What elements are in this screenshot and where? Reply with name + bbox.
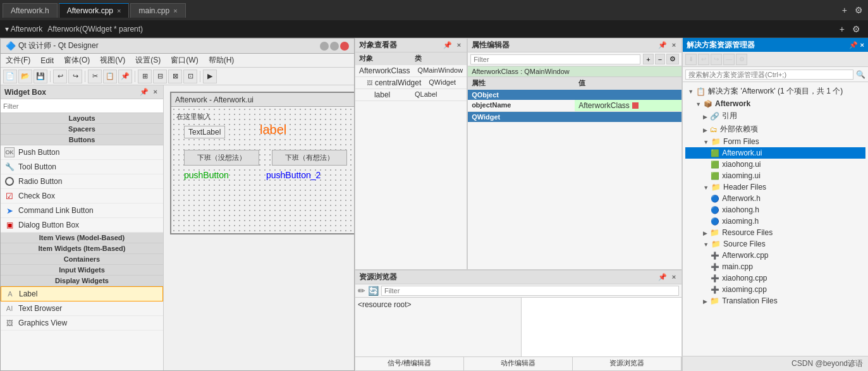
widget-box-pin-icon[interactable]: 📌: [138, 87, 150, 97]
se-xiaoming-ui-node[interactable]: 🟩 xiaoming.ui: [685, 170, 865, 181]
se-ext-dep-node[interactable]: ▶ 🗂 外部依赖项: [685, 123, 865, 136]
maximize-button[interactable]: [330, 42, 339, 51]
se-tool-2[interactable]: ↩: [698, 54, 709, 65]
rb-tab-signals[interactable]: 信号/槽编辑器: [355, 357, 464, 370]
close-button[interactable]: [340, 42, 349, 51]
tab-settings-button[interactable]: ⚙: [852, 4, 865, 16]
menu-view[interactable]: 视图(V): [97, 54, 128, 67]
widget-item-check-box[interactable]: ☑ Check Box: [1, 189, 163, 204]
toolbar-new[interactable]: 📄: [3, 70, 17, 83]
pe-config-button[interactable]: ⚙: [666, 54, 679, 64]
se-tool-3[interactable]: ↪: [711, 54, 722, 65]
section-buttons[interactable]: Buttons: [1, 135, 163, 145]
se-search-icon[interactable]: 🔍: [856, 70, 865, 79]
se-afterwork-h-node[interactable]: 🔵 Afterwork.h: [685, 193, 865, 204]
menu-file[interactable]: 文件(F): [3, 54, 33, 67]
designer-canvas[interactable]: Afterwork - Afterwork.ui 在这里输入 TextLabel…: [164, 85, 354, 370]
se-afterwork-cpp-node[interactable]: ➕ Afterwork.cpp: [685, 250, 865, 261]
section-display-widgets[interactable]: Display Widgets: [1, 276, 163, 286]
rb-close-icon[interactable]: ×: [670, 272, 678, 282]
widget-item-radio-button[interactable]: Radio Button: [1, 174, 163, 189]
toolbar-layout[interactable]: ⊞: [138, 70, 152, 83]
toolbar-copy[interactable]: 📋: [103, 70, 117, 83]
pe-pin-icon[interactable]: 📌: [656, 40, 669, 50]
toolbar-undo[interactable]: ↩: [53, 70, 67, 83]
se-xiaoming-h-node[interactable]: 🔵 xiaoming.h: [685, 216, 865, 227]
rb-tab-resources[interactable]: 资源浏览器: [573, 357, 682, 370]
se-ref-node[interactable]: ▶ 🔗 引用: [685, 109, 865, 123]
rb-tab-actions[interactable]: 动作编辑器: [464, 357, 573, 370]
widget-box-filter-input[interactable]: [3, 102, 161, 110]
address-dropdown[interactable]: ▾ Afterwork: [5, 25, 42, 33]
se-solution-root[interactable]: ▼ 📋 解决方案 'Afterwork' (1 个项目，共 1 个): [685, 85, 865, 98]
tab-main-cpp[interactable]: main.cpp ×: [130, 3, 185, 18]
pe-close-icon[interactable]: ×: [670, 40, 678, 50]
toolbar-preview[interactable]: ▶: [203, 70, 217, 83]
se-xiaohong-cpp-node[interactable]: ➕ xiaohong.cpp: [685, 272, 865, 284]
pe-remove-button[interactable]: −: [655, 54, 665, 64]
se-project-node[interactable]: ▼ 📦 Afterwork: [685, 98, 865, 109]
menu-edit[interactable]: Edit: [38, 55, 56, 66]
form-button-1[interactable]: 下班（没想法）: [184, 150, 259, 166]
section-item-widgets[interactable]: Item Widgets (Item-Based): [1, 243, 163, 254]
se-xiaohong-ui-node[interactable]: 🟩 xiaohong.ui: [685, 159, 865, 170]
widget-item-tool-button[interactable]: 🔧 Tool Button: [1, 160, 163, 174]
toolbar-layout3[interactable]: ⊠: [168, 70, 182, 83]
se-search-input[interactable]: [685, 70, 853, 80]
address-settings-button[interactable]: ⚙: [850, 23, 863, 35]
widget-item-command-link[interactable]: ➤ Command Link Button: [1, 204, 163, 218]
close-tab-afterwork-cpp[interactable]: ×: [117, 7, 121, 15]
widget-item-graphics-view[interactable]: 🖼 Graphics View: [1, 316, 163, 331]
se-form-files-node[interactable]: ▼ 📁 Form Files: [685, 136, 865, 147]
toolbar-paste[interactable]: 📌: [118, 70, 132, 83]
section-input-widgets[interactable]: Input Widgets: [1, 265, 163, 276]
widget-item-push-button[interactable]: OK Push Button: [1, 145, 163, 160]
toolbar-layout4[interactable]: ⊡: [183, 70, 197, 83]
rb-refresh-button[interactable]: 🔄: [368, 286, 379, 296]
tab-afterwork-cpp[interactable]: Afterwork.cpp ×: [59, 3, 130, 18]
menu-window[interactable]: 窗口(W): [168, 54, 200, 67]
se-header-files-node[interactable]: ▼ 📁 Header Files: [685, 181, 865, 193]
section-item-views[interactable]: Item Views (Model-Based): [1, 233, 163, 243]
se-main-cpp-node[interactable]: ➕ main.cpp: [685, 261, 865, 272]
minimize-button[interactable]: [320, 42, 329, 51]
pe-row-objectname[interactable]: objectName AfterworkClass: [468, 100, 682, 112]
widget-item-text-browser[interactable]: AI Text Browser: [1, 301, 163, 316]
widget-box-close-icon[interactable]: ×: [152, 87, 159, 97]
se-source-files-node[interactable]: ▼ 📁 Source Files: [685, 238, 865, 250]
se-close-icon[interactable]: ×: [860, 41, 864, 49]
widget-item-label[interactable]: A Label: [1, 286, 163, 301]
se-xiaoming-cpp-node[interactable]: ➕ xiaoming.cpp: [685, 284, 865, 295]
toolbar-cut[interactable]: ✂: [88, 70, 102, 83]
rb-edit-button[interactable]: ✏: [358, 286, 365, 296]
oi-row-1[interactable]: 🖼 centralWidget QWidget: [355, 77, 467, 89]
menu-help[interactable]: 帮助(H): [206, 54, 237, 67]
se-pin-icon[interactable]: 📌: [849, 41, 858, 49]
menu-settings[interactable]: 设置(S): [133, 54, 163, 67]
rb-pin-icon[interactable]: 📌: [656, 272, 669, 282]
menu-form[interactable]: 窗体(O): [61, 54, 92, 67]
add-tab-button[interactable]: +: [840, 4, 850, 16]
toolbar-save[interactable]: 💾: [34, 70, 47, 83]
tab-afterwork-h[interactable]: Afterwork.h: [3, 3, 58, 18]
address-add-button[interactable]: +: [837, 23, 847, 35]
toolbar-layout2[interactable]: ⊟: [153, 70, 167, 83]
section-layouts[interactable]: Layouts: [1, 113, 163, 124]
form-button-2[interactable]: 下班（有想法）: [272, 150, 347, 166]
oi-pin-icon[interactable]: 📌: [441, 40, 454, 50]
close-tab-main-cpp[interactable]: ×: [173, 7, 177, 15]
form-body[interactable]: 在这里输入 TextLabel label 下班（没想法） 下班（有想法） pu…: [171, 107, 354, 233]
oi-row-0[interactable]: AfterworkClass QMainWindow: [355, 65, 467, 77]
se-tool-1[interactable]: ⬇: [685, 54, 697, 65]
section-containers[interactable]: Containers: [1, 254, 163, 265]
section-spacers[interactable]: Spacers: [1, 124, 163, 135]
se-tool-4[interactable]: —: [723, 54, 735, 65]
rb-filter-input[interactable]: [381, 286, 679, 296]
toolbar-redo[interactable]: ↪: [68, 70, 82, 83]
se-translation-files-node[interactable]: ▶ 📁 Translation Files: [685, 295, 865, 307]
oi-row-2[interactable]: label QLabel: [355, 89, 467, 101]
se-afterwork-ui-node[interactable]: 🟩 Afterwork.ui: [685, 147, 865, 159]
se-tool-5[interactable]: ⚙: [736, 54, 747, 65]
widget-item-dialog-button[interactable]: ▣ Dialog Button Box: [1, 218, 163, 233]
oi-close-icon[interactable]: ×: [455, 40, 463, 50]
